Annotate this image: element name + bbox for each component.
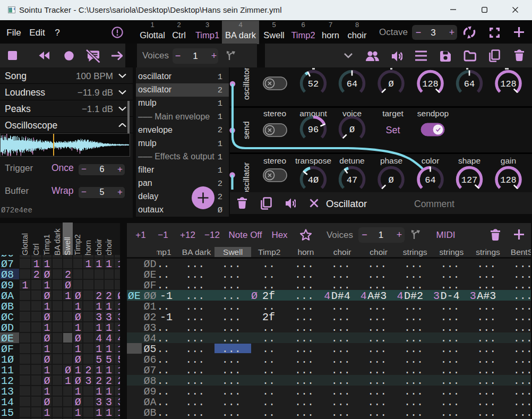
svg-text:128: 128	[422, 79, 439, 89]
svg-text:Ø: Ø	[349, 125, 355, 135]
svg-text:52: 52	[308, 79, 319, 89]
svg-text:64: 64	[425, 175, 435, 185]
svg-text:128: 128	[500, 175, 517, 185]
svg-text:96: 96	[308, 125, 319, 135]
svg-text:4Ø: 4Ø	[308, 175, 319, 185]
svg-text:64: 64	[347, 79, 357, 89]
svg-text:64: 64	[464, 79, 475, 89]
svg-text:47: 47	[347, 175, 357, 185]
svg-text:128: 128	[500, 79, 517, 89]
svg-text:Ø: Ø	[388, 175, 393, 185]
svg-text:Ø: Ø	[388, 79, 393, 89]
svg-text:127: 127	[461, 175, 478, 185]
